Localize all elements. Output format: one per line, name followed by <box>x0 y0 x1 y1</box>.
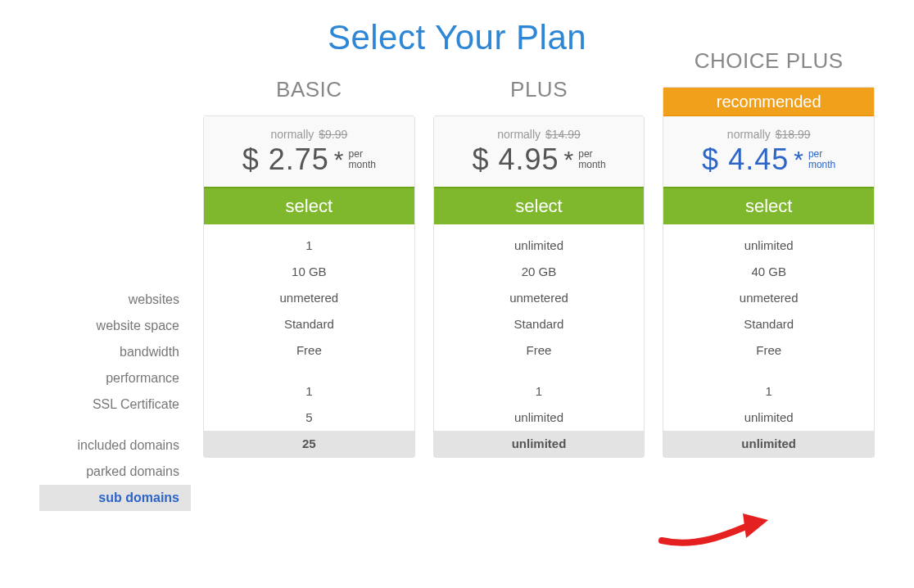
spec-value: Standard <box>434 311 645 337</box>
plan-card: BASICnormally $9.99$ 2.75*permonthselect… <box>203 115 415 458</box>
feature-label: websites <box>39 287 191 313</box>
old-price: $18.99 <box>776 128 811 141</box>
spec-value: unlimited <box>434 233 645 259</box>
normally-text: normally $9.99 <box>204 128 414 141</box>
spacer <box>39 115 191 287</box>
plan-cards-row: BASICnormally $9.99$ 2.75*permonthselect… <box>203 115 875 458</box>
annotation-arrow-icon <box>658 504 772 553</box>
spec-value: 1 <box>434 378 645 405</box>
plan-specs: 110 GBunmeteredStandardFree1525 <box>204 224 414 457</box>
normally-text: normally $14.99 <box>434 128 645 141</box>
select-button[interactable]: select <box>663 187 874 224</box>
price-box: normally $14.99$ 4.95*permonth <box>434 116 645 187</box>
per-month-label: permonth <box>349 149 376 170</box>
spec-value: 1 <box>204 233 414 259</box>
spec-value: unlimited <box>434 431 645 457</box>
price-line: $ 4.45*permonth <box>663 142 874 177</box>
feature-label: performance <box>39 365 191 391</box>
per-month-label: permonth <box>578 149 605 170</box>
select-button[interactable]: select <box>204 187 414 224</box>
spec-value: 10 GB <box>204 259 414 285</box>
price-box: normally $18.99$ 4.45*permonth <box>663 116 874 187</box>
plan-name: CHOICE PLUS <box>663 48 874 74</box>
plan-name: PLUS <box>434 77 645 102</box>
spec-value: unmetered <box>204 285 414 311</box>
spec-value: unmetered <box>663 285 874 311</box>
spec-value: 25 <box>204 431 414 457</box>
spec-value: 5 <box>204 405 414 431</box>
feature-label: website space <box>39 313 191 339</box>
plan-card: PLUSnormally $14.99$ 4.95*permonthselect… <box>433 115 645 458</box>
spec-value: Free <box>663 337 874 364</box>
plan-card: CHOICE PLUSrecommendednormally $18.99$ 4… <box>663 87 875 458</box>
feature-label: bandwidth <box>39 339 191 365</box>
spec-value: 1 <box>204 378 414 405</box>
normally-text: normally $18.99 <box>663 128 874 141</box>
spec-value: unmetered <box>434 285 645 311</box>
old-price: $9.99 <box>319 128 347 141</box>
price-line: $ 2.75*permonth <box>204 142 414 177</box>
spacer <box>663 364 874 378</box>
select-button[interactable]: select <box>434 187 645 224</box>
feature-label: SSL Certificate <box>39 391 191 418</box>
spacer <box>39 418 191 432</box>
recommended-badge: recommended <box>663 88 874 116</box>
price-line: $ 4.95*permonth <box>434 142 645 177</box>
price: $ 4.95 <box>472 142 559 177</box>
spec-value: Free <box>204 337 414 364</box>
spec-value: 20 GB <box>434 259 645 285</box>
feature-label: parked domains <box>39 459 191 485</box>
plan-name: BASIC <box>204 77 414 102</box>
plan-specs: unlimited40 GBunmeteredStandardFree1unli… <box>663 224 874 457</box>
feature-labels: websiteswebsite spacebandwidthperformanc… <box>39 115 191 511</box>
spec-value: unlimited <box>434 405 645 431</box>
price: $ 4.45 <box>702 142 789 177</box>
feature-label: included domains <box>39 432 191 459</box>
spec-value: Free <box>434 337 645 364</box>
spacer <box>204 364 414 378</box>
spec-value: unlimited <box>663 431 874 457</box>
spec-value: unlimited <box>663 405 874 431</box>
plan-specs: unlimited20 GBunmeteredStandardFree1unli… <box>434 224 645 457</box>
price: $ 2.75 <box>242 142 329 177</box>
spec-value: Standard <box>663 311 874 337</box>
spec-value: 1 <box>663 378 874 405</box>
spec-value: 40 GB <box>663 259 874 285</box>
spec-value: unlimited <box>663 233 874 259</box>
price-box: normally $9.99$ 2.75*permonth <box>204 116 414 187</box>
feature-label: sub domains <box>39 485 191 511</box>
per-month-label: permonth <box>808 149 835 170</box>
spacer <box>434 364 645 378</box>
old-price: $14.99 <box>545 128 581 141</box>
svg-marker-0 <box>743 513 768 538</box>
spec-value: Standard <box>204 311 414 337</box>
